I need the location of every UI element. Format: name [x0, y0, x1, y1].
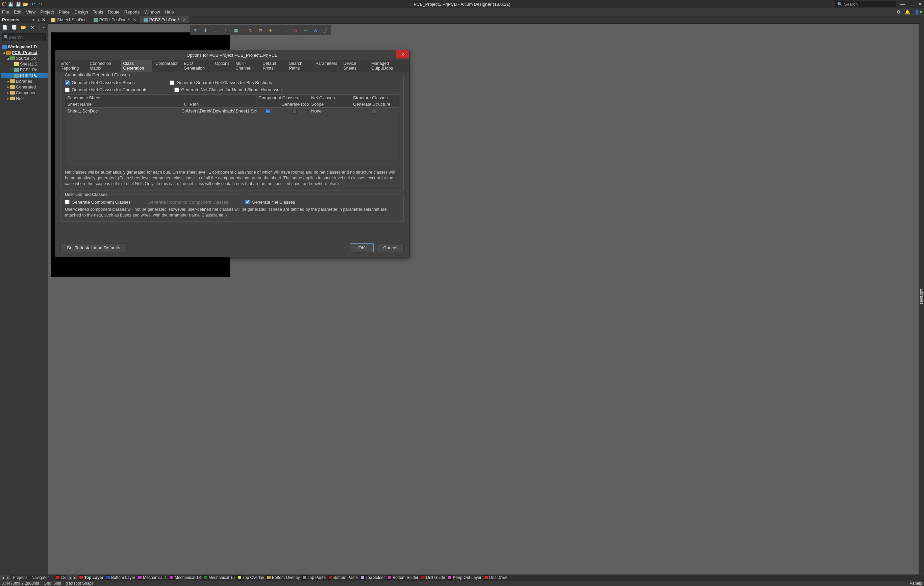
- menu-help[interactable]: Help: [165, 10, 174, 15]
- cell-rooms-chk[interactable]: [279, 108, 309, 114]
- dlg-tab-connection-matrix[interactable]: Connection Matrix: [87, 60, 120, 72]
- dialog-close-button[interactable]: ✕: [396, 50, 409, 58]
- cell-struct-chk[interactable]: [351, 108, 397, 114]
- tree-libraries[interactable]: ▸Libraries: [1, 78, 48, 84]
- col-gen-structure[interactable]: Generate Structure: [351, 101, 397, 107]
- dlg-tab-comparator[interactable]: Comparator: [153, 60, 180, 72]
- select-rect-icon[interactable]: ▭: [213, 27, 219, 33]
- gear-icon[interactable]: ⚙: [897, 10, 901, 15]
- tree-generated[interactable]: ▸Generated: [1, 84, 48, 90]
- text-icon[interactable]: A: [312, 27, 318, 33]
- dlg-tab-class-generation[interactable]: Class Generation: [120, 60, 152, 72]
- layer-ls[interactable]: LS: [54, 575, 67, 580]
- undo-icon[interactable]: ↶: [30, 2, 36, 7]
- new-doc-icon[interactable]: 📄: [2, 25, 7, 31]
- layer-bottom-overlay[interactable]: Bottom Overlay: [266, 575, 301, 580]
- line-icon[interactable]: ╱: [323, 27, 329, 33]
- tab-pcb1[interactable]: PCB1.PcbDoc*✕: [90, 16, 140, 23]
- panel-more-icon[interactable]: ⋯: [40, 25, 46, 31]
- dlg-tab-default-prints[interactable]: Default Prints: [260, 60, 285, 72]
- col-gen-rooms[interactable]: Generate Rooms: [279, 101, 309, 107]
- layer-scroll-icon[interactable]: ▸: [73, 575, 78, 580]
- dlg-tab-parameters[interactable]: Parameters: [313, 60, 340, 72]
- tree-pcb2[interactable]: PCB2.Pc: [1, 72, 48, 78]
- layer-drill-guide[interactable]: Drill Guide: [420, 575, 446, 580]
- menu-reports[interactable]: Reports: [124, 10, 140, 15]
- maximize-icon[interactable]: ▭: [909, 2, 914, 7]
- layer-keep-out-layer[interactable]: Keep-Out Layer: [446, 575, 483, 580]
- menu-file[interactable]: File: [2, 10, 9, 15]
- tree-nets[interactable]: ▸Nets: [1, 95, 48, 101]
- grid-row[interactable]: Sheet1.SchDoc C:\Users\Derek\Downloads\S…: [65, 108, 399, 114]
- col-scope[interactable]: Scope: [309, 101, 351, 107]
- save-icon[interactable]: 💾: [8, 2, 13, 7]
- menu-window[interactable]: Window: [144, 10, 160, 15]
- open-project-icon[interactable]: 📂: [21, 25, 26, 31]
- cb-net-classes-buses[interactable]: Generate Net Classes for Buses: [65, 80, 134, 85]
- layer-top-layer[interactable]: Top Layer: [78, 575, 104, 580]
- diff-pair-icon[interactable]: ≋: [257, 27, 264, 33]
- layer-bottom-layer[interactable]: Bottom Layer: [105, 575, 137, 580]
- tree-project[interactable]: ◢PCB_Project: [1, 49, 48, 55]
- dlg-tab-eco-generation[interactable]: ECO Generation: [181, 60, 211, 72]
- menu-place[interactable]: Place: [59, 10, 70, 15]
- scroll-right-icon[interactable]: ▸: [6, 575, 10, 580]
- route-icon[interactable]: ↯: [247, 27, 253, 33]
- compile-icon[interactable]: ⚒: [30, 25, 35, 31]
- component-icon[interactable]: ▦: [233, 27, 239, 33]
- tree-source-docs[interactable]: ◢Source Do: [1, 55, 48, 61]
- dlg-tab-managed-outputjobs[interactable]: Managed OutputJobs: [369, 60, 406, 72]
- global-search[interactable]: 🔍 Search: [835, 1, 896, 7]
- col-sheet-name[interactable]: Sheet Name: [65, 101, 180, 107]
- layer-bottom-paste[interactable]: Bottom Paste: [327, 575, 359, 580]
- place-cross-icon[interactable]: ✛: [202, 27, 208, 33]
- bottom-tab-projects[interactable]: Projects: [11, 575, 30, 580]
- menu-view[interactable]: View: [26, 10, 35, 15]
- save-all-icon[interactable]: 💾: [16, 2, 21, 7]
- layer-mechanical-1[interactable]: Mechanical 1: [137, 575, 168, 580]
- dlg-tab-device-sheets[interactable]: Device Sheets: [340, 60, 368, 72]
- new-project-icon[interactable]: 📑: [12, 25, 17, 31]
- dlg-tab-search-paths[interactable]: Search Paths: [286, 60, 312, 72]
- col-full-path[interactable]: Full Path: [180, 101, 256, 107]
- menu-design[interactable]: Design: [74, 10, 88, 15]
- panels-button[interactable]: Panels: [909, 581, 922, 586]
- scroll-left-icon[interactable]: ◂: [0, 575, 5, 580]
- cancel-button[interactable]: Cancel: [377, 243, 404, 252]
- user-icon[interactable]: 👤▾: [914, 10, 922, 15]
- layer-bottom-solder[interactable]: Bottom Solder: [386, 575, 420, 580]
- layer-drill-draw[interactable]: Drill Draw: [483, 575, 508, 580]
- menu-project[interactable]: Project: [40, 10, 54, 15]
- poly-icon[interactable]: ▱: [282, 27, 288, 33]
- dlg-tab-options[interactable]: Options: [212, 60, 232, 72]
- tab-close-icon[interactable]: ✕: [133, 17, 137, 22]
- panel-dropdown-icon[interactable]: ▼: [32, 18, 35, 21]
- cb-gen-net-classes[interactable]: Generate Net Classes: [245, 199, 295, 205]
- set-defaults-button[interactable]: Set To Installation Defaults: [61, 243, 127, 252]
- cell-scope[interactable]: None: [309, 108, 351, 114]
- menu-route[interactable]: Route: [108, 10, 120, 15]
- tree-sheet1[interactable]: Sheet1.S: [1, 61, 48, 67]
- close-icon[interactable]: ✕: [918, 2, 922, 7]
- cb-net-classes-harnesses[interactable]: Generate Net Classes for Named Signal Ha…: [174, 87, 282, 92]
- via-icon[interactable]: ⍟: [267, 27, 274, 33]
- bell-icon[interactable]: 🔔: [905, 10, 910, 15]
- filter-icon[interactable]: ▼: [192, 27, 198, 33]
- tree-workspace[interactable]: Workspace1.D: [1, 44, 48, 49]
- pin-icon[interactable]: ⟂: [37, 17, 40, 22]
- ok-button[interactable]: OK: [350, 243, 374, 252]
- tree-components[interactable]: ▸Componer: [1, 90, 48, 95]
- redo-icon[interactable]: ↷: [38, 2, 43, 7]
- tab-pcb2[interactable]: PCB2.PcbDoc*✕: [140, 16, 190, 23]
- col-blank[interactable]: [256, 101, 279, 107]
- dlg-tab-error-reporting[interactable]: Error Reporting: [58, 60, 86, 72]
- open-icon[interactable]: 📂: [23, 2, 28, 7]
- cb-gen-component-classes[interactable]: Generate Component Classes: [65, 199, 131, 205]
- layer-top-overlay[interactable]: Top Overlay: [236, 575, 266, 580]
- align-icon[interactable]: ⫴: [223, 27, 229, 33]
- tab-close-icon[interactable]: ✕: [182, 17, 186, 22]
- panel-close-icon[interactable]: ✕: [42, 17, 46, 22]
- cb-net-classes-components[interactable]: Generate Net Classes for Components: [65, 87, 147, 92]
- menu-edit[interactable]: Edit: [14, 10, 21, 15]
- cb-sep-net-classes-bus[interactable]: Generate Separate Net Classes for Bus Se…: [170, 80, 272, 85]
